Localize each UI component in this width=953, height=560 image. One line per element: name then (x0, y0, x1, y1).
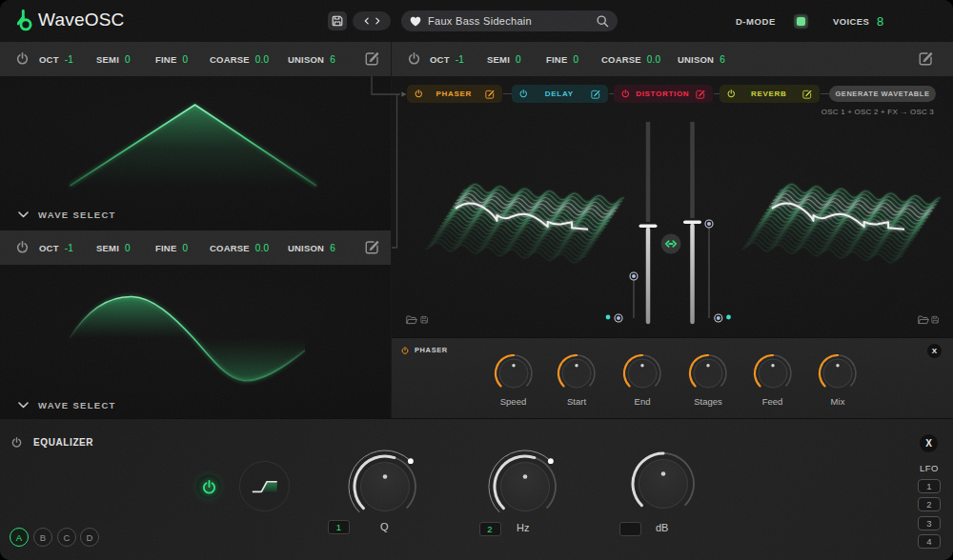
save-wavetable-left-icon[interactable] (421, 316, 428, 323)
coarse-value[interactable]: 0.0 (255, 243, 270, 253)
eq-q-value-box[interactable]: 1 (328, 520, 350, 534)
oct-value[interactable]: -1 (456, 54, 464, 65)
osc1-wave-select[interactable]: WAVE SELECT (18, 210, 116, 220)
osc1-unison-control[interactable]: UNISON6 (288, 42, 335, 76)
load-wavetable-right-icon[interactable] (919, 316, 929, 324)
lfo-button-4[interactable]: 4 (918, 534, 941, 549)
d-mode-toggle[interactable] (794, 14, 808, 29)
equalizer-power-button[interactable] (196, 474, 221, 499)
link-sliders-button[interactable] (661, 234, 681, 254)
osc2-fine-control[interactable]: FINE0 (155, 230, 188, 265)
save-wavetable-right-icon[interactable] (932, 316, 939, 323)
preset-nav (353, 11, 391, 30)
coarse-value[interactable]: 0.0 (647, 54, 661, 65)
osc2-edit-button[interactable] (365, 240, 379, 254)
phaser-start-knob[interactable]: Start (556, 354, 598, 410)
eq-db-value-box[interactable] (619, 522, 641, 536)
preset-name[interactable]: Faux Bass Sidechain (428, 15, 597, 27)
wavetable-viz-left[interactable] (425, 180, 624, 268)
mini-slider-right[interactable] (705, 220, 713, 318)
lfo-button-1[interactable]: 1 (918, 479, 941, 493)
osc2-oct-control[interactable]: OCT-1 (39, 230, 73, 265)
voices-value[interactable]: 8 (877, 14, 883, 29)
semi-value[interactable]: 0 (516, 54, 521, 65)
unison-label: UNISON (678, 54, 714, 65)
wavetable-viz-right[interactable] (741, 180, 941, 268)
phaser-close-button[interactable]: X (927, 344, 942, 358)
filter-shape-button[interactable] (239, 461, 290, 511)
equalizer-header-power-icon[interactable] (11, 437, 22, 448)
preset-c-button[interactable]: C (57, 528, 76, 547)
knob-indicator-dot (771, 364, 774, 367)
morph-slider-1[interactable] (639, 122, 658, 322)
eq-db-knob[interactable] (620, 445, 706, 530)
mini-knob-left[interactable] (615, 314, 622, 322)
mini-slider-handle[interactable] (630, 272, 638, 280)
phaser-mix-knob[interactable]: Mix (817, 354, 859, 410)
semi-value[interactable]: 0 (125, 54, 131, 65)
osc3-edit-button[interactable] (919, 51, 933, 66)
unison-value[interactable]: 6 (330, 54, 335, 65)
fine-value[interactable]: 0 (182, 243, 188, 253)
lfo-button-3[interactable]: 3 (918, 516, 941, 530)
save-button[interactable] (328, 11, 347, 30)
osc2-wave-select[interactable]: WAVE SELECT (18, 400, 116, 410)
osc2-semi-control[interactable]: SEMI0 (96, 230, 131, 265)
lfo-button-2[interactable]: 2 (918, 497, 941, 511)
unison-value[interactable]: 6 (330, 243, 335, 253)
morph-slider-2[interactable] (683, 122, 701, 322)
slider-handle[interactable] (683, 221, 701, 225)
coarse-value[interactable]: 0.0 (255, 54, 270, 65)
equalizer-close-button[interactable]: X (920, 434, 938, 452)
semi-value[interactable]: 0 (125, 243, 131, 253)
next-preset-button[interactable] (375, 17, 380, 25)
eq-q-label: Q (380, 521, 389, 532)
osc1-semi-control[interactable]: SEMI0 (96, 42, 131, 76)
osc3-coarse-control[interactable]: COARSE0.0 (601, 42, 660, 76)
eq-hz-value-box[interactable]: 2 (479, 522, 501, 536)
mini-slider-handle[interactable] (705, 220, 713, 228)
prev-preset-button[interactable] (364, 17, 369, 25)
osc1-wave-display[interactable]: WAVE SELECT (0, 76, 391, 230)
oct-value[interactable]: -1 (65, 54, 73, 65)
eq-hz-knob[interactable] (482, 448, 568, 533)
fine-value[interactable]: 0 (182, 54, 188, 65)
mini-slider-left[interactable] (630, 272, 638, 318)
osc3-fine-control[interactable]: FINE0 (546, 42, 578, 76)
phaser-speed-knob[interactable]: Speed (493, 354, 535, 410)
osc1-power-icon[interactable] (16, 52, 29, 65)
osc3-semi-control[interactable]: SEMI0 (487, 42, 521, 76)
phaser-end-knob[interactable]: End (621, 354, 663, 410)
osc1-fine-control[interactable]: FINE0 (155, 42, 188, 76)
slider-handle[interactable] (639, 225, 658, 229)
osc2-power-icon[interactable] (16, 241, 29, 253)
osc3-oct-control[interactable]: OCT-1 (430, 42, 464, 76)
search-icon[interactable] (597, 15, 609, 28)
fine-value[interactable]: 0 (573, 54, 578, 65)
waveosc-app: WaveOSC Faux Bass Sidechain D-MODE VOICE… (0, 0, 953, 560)
unison-value[interactable]: 6 (720, 54, 725, 65)
osc3-power-icon[interactable] (408, 52, 420, 65)
oct-value[interactable]: -1 (65, 243, 73, 253)
preset-d-button[interactable]: D (80, 528, 99, 547)
coarse-label: COARSE (601, 54, 641, 65)
phaser-feed-knob[interactable]: Feed (752, 354, 794, 410)
load-wavetable-left-icon[interactable] (407, 316, 417, 324)
preset-a-button[interactable]: A (10, 528, 29, 547)
osc3-unison-control[interactable]: UNISON6 (678, 42, 725, 76)
phaser-stages-knob[interactable]: Stages (687, 354, 729, 410)
knob-label: Speed (493, 396, 535, 407)
favorite-icon[interactable] (410, 16, 421, 27)
osc1-edit-button[interactable] (365, 51, 379, 66)
semi-label: SEMI (96, 243, 119, 253)
mini-knob-right[interactable] (715, 314, 722, 322)
osc2-unison-control[interactable]: UNISON6 (288, 230, 335, 265)
phaser-panel-power-icon[interactable] (401, 347, 409, 354)
osc1-oct-control[interactable]: OCT-1 (39, 42, 73, 76)
osc1-coarse-control[interactable]: COARSE0.0 (210, 42, 269, 76)
osc2-coarse-control[interactable]: COARSE0.0 (210, 230, 269, 265)
osc2-wave-display[interactable]: WAVE SELECT (0, 265, 391, 419)
preset-b-button[interactable]: B (33, 528, 52, 547)
preset-search-bar[interactable]: Faux Bass Sidechain (401, 10, 618, 31)
coarse-label: COARSE (210, 54, 250, 65)
